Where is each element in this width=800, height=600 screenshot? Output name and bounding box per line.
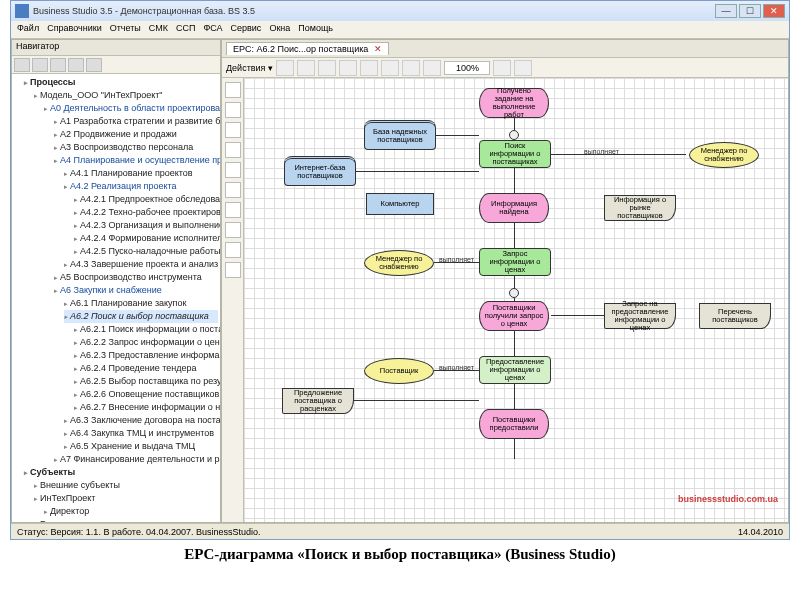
tree-item[interactable]: А6.2.6 Оповещение поставщиков о резу (74, 388, 218, 401)
tree-item[interactable]: А6.2.1 Поиск информации о поставщик (74, 323, 218, 336)
menu-fsa[interactable]: ФСА (203, 23, 222, 36)
tool-icon[interactable] (225, 202, 241, 218)
tree-item[interactable]: А4.2.3 Организация и выполнение строи (74, 219, 218, 232)
tree[interactable]: Процессы Модель_ООО "ИнТехПроект" А0 Дея… (12, 74, 220, 522)
diagram-canvas[interactable]: Получено задание на выполнение работ Баз… (244, 78, 788, 522)
tree-subjects[interactable]: Субъекты (24, 466, 218, 479)
tree-processes[interactable]: Процессы (24, 76, 218, 89)
document-node[interactable]: Перечень поставщиков (699, 303, 771, 329)
tb-btn[interactable] (360, 60, 378, 76)
tree-item[interactable]: А3 Воспроизводство персонала (54, 141, 218, 154)
tree-item[interactable]: А4.3 Завершение проекта и анализ результ (64, 258, 218, 271)
resource-node[interactable]: Компьютер (366, 193, 434, 215)
db-node[interactable]: Интернет-база поставщиков (284, 156, 356, 186)
chevron-down-icon[interactable]: ▾ (268, 63, 273, 73)
tree-item[interactable]: А6.2.2 Запрос информации о ценах (74, 336, 218, 349)
menu-file[interactable]: Файл (17, 23, 39, 36)
tool-icon[interactable] (225, 82, 241, 98)
document-node[interactable]: Информация о рынке поставщиков (604, 195, 676, 221)
tree-item[interactable]: А2 Продвижение и продажи (54, 128, 218, 141)
menu-windows[interactable]: Окна (269, 23, 290, 36)
menu-ssp[interactable]: ССП (176, 23, 195, 36)
tree-item[interactable]: А0 Деятельность в области проектирования… (44, 102, 218, 115)
tb-btn[interactable] (402, 60, 420, 76)
tree-item[interactable]: Внешние субъекты (34, 479, 218, 492)
tool-icon[interactable] (225, 122, 241, 138)
tree-item[interactable]: Роли (34, 518, 218, 522)
maximize-button[interactable]: ☐ (739, 4, 761, 18)
diagram-tab[interactable]: EPC: А6.2 Поис...ор поставщика ✕ (226, 42, 389, 55)
tb-btn[interactable] (339, 60, 357, 76)
tree-item[interactable]: А6 Закупки и снабжение (54, 284, 218, 297)
tree-item[interactable]: А6.2.4 Проведение тендера (74, 362, 218, 375)
tree-item[interactable]: А6.1 Планирование закупок (64, 297, 218, 310)
menu-smk[interactable]: СМК (149, 23, 168, 36)
function-node[interactable]: Предоставление информации о ценах (479, 356, 551, 384)
tb-btn[interactable] (493, 60, 511, 76)
tool-icon[interactable] (225, 142, 241, 158)
nav-tb-btn[interactable] (14, 58, 30, 72)
document-node[interactable]: Предложение поставщика о расценках (282, 388, 354, 414)
connector-icon[interactable] (509, 288, 519, 298)
tree-item[interactable]: Директор (44, 505, 218, 518)
nav-tb-btn[interactable] (50, 58, 66, 72)
tree-item[interactable]: А6.4 Закупка ТМЦ и инструментов (64, 427, 218, 440)
titlebar: Business Studio 3.5 - Демонстрационная б… (11, 1, 789, 21)
tb-btn[interactable] (297, 60, 315, 76)
db-node[interactable]: База надежных поставщиков (364, 120, 436, 150)
role-node[interactable]: Поставщик (364, 358, 434, 384)
function-node[interactable]: Запрос информации о ценах (479, 248, 551, 276)
menu-service[interactable]: Сервис (231, 23, 262, 36)
role-node[interactable]: Менеджер по снабжению (689, 142, 759, 168)
tb-btn[interactable] (423, 60, 441, 76)
tree-item[interactable]: А6.3 Заключение договора на поставку (64, 414, 218, 427)
tool-icon[interactable] (225, 182, 241, 198)
tb-btn[interactable] (381, 60, 399, 76)
minimize-button[interactable]: — (715, 4, 737, 18)
tree-item[interactable]: А4.1 Планирование проектов (64, 167, 218, 180)
nav-tb-btn[interactable] (68, 58, 84, 72)
tree-item-selected[interactable]: А6.2 Поиск и выбор поставщика (64, 310, 218, 323)
tree-item[interactable]: А4.2.1 Предпроектное обследование (74, 193, 218, 206)
event-node[interactable]: Получено задание на выполнение работ (479, 88, 549, 118)
tree-item[interactable]: А7 Финансирование деятельности и расчеты (54, 453, 218, 466)
menu-reports[interactable]: Отчеты (110, 23, 141, 36)
tree-item[interactable]: А1 Разработка стратегии и развитие бизне… (54, 115, 218, 128)
tree-item[interactable]: Модель_ООО "ИнТехПроект" (34, 89, 218, 102)
event-node[interactable]: Информация найдена (479, 193, 549, 223)
role-node[interactable]: Менеджер по снабжению (364, 250, 434, 276)
tb-btn[interactable] (318, 60, 336, 76)
tool-icon[interactable] (225, 262, 241, 278)
tree-item[interactable]: А6.5 Хранение и выдача ТМЦ (64, 440, 218, 453)
tool-icon[interactable] (225, 162, 241, 178)
event-node[interactable]: Поставщики получили запрос о ценах (479, 301, 549, 331)
tree-item[interactable]: ИнТехПроект (34, 492, 218, 505)
tb-btn[interactable] (276, 60, 294, 76)
function-node[interactable]: Поиск информации о поставщиках (479, 140, 551, 168)
tb-btn[interactable] (514, 60, 532, 76)
navigator-title: Навигатор (12, 40, 220, 56)
document-node[interactable]: Запрос на предоставление информации о це… (604, 303, 676, 329)
tree-item[interactable]: А6.2.5 Выбор поставщика по результатам (74, 375, 218, 388)
tree-item[interactable]: А4.2.4 Формирование исполнительной (74, 232, 218, 245)
tool-icon[interactable] (225, 222, 241, 238)
nav-tb-btn[interactable] (32, 58, 48, 72)
tree-item[interactable]: А4.2.2 Техно-рабочее проектирование и (74, 206, 218, 219)
tree-item[interactable]: А6.2.7 Внесение информации о найденн (74, 401, 218, 414)
zoom-field[interactable]: 100% (444, 61, 490, 75)
actions-dropdown[interactable]: Действия (226, 63, 265, 73)
tree-item[interactable]: А4 Планирование и осуществление проектны… (54, 154, 218, 167)
menu-ref[interactable]: Справочники (47, 23, 102, 36)
nav-tb-btn[interactable] (86, 58, 102, 72)
tool-icon[interactable] (225, 102, 241, 118)
event-node[interactable]: Поставщики предоставили (479, 409, 549, 439)
tool-icon[interactable] (225, 242, 241, 258)
close-button[interactable]: ✕ (763, 4, 785, 18)
connector-icon[interactable] (509, 130, 519, 140)
tree-item[interactable]: А4.2.5 Пуско-наладочные работы (74, 245, 218, 258)
tab-close-icon[interactable]: ✕ (374, 44, 382, 54)
tree-item[interactable]: А6.2.3 Предоставление информации о ц (74, 349, 218, 362)
tree-item[interactable]: А4.2 Реализация проекта (64, 180, 218, 193)
tree-item[interactable]: А5 Воспроизводство инструмента (54, 271, 218, 284)
menu-help[interactable]: Помощь (298, 23, 333, 36)
